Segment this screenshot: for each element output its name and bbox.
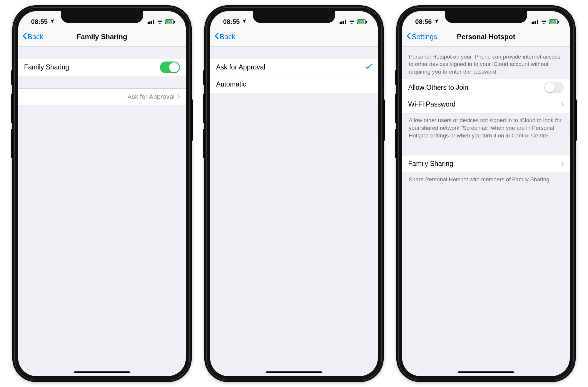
chevron-left-icon (406, 32, 411, 41)
automatic-option[interactable]: Automatic (210, 76, 378, 93)
nav-title: Family Sharing (18, 33, 186, 41)
location-icon (49, 18, 55, 26)
row-label: Wi-Fi Password (408, 100, 561, 108)
allow-others-row[interactable]: Allow Others to Join (402, 79, 570, 96)
phone-frame-2: 08:55 Back Ask for Approval (204, 5, 384, 382)
chevron-right-icon (561, 160, 564, 168)
svg-rect-13 (366, 21, 367, 23)
back-label: Back (28, 33, 43, 41)
home-indicator[interactable] (74, 371, 130, 373)
svg-rect-17 (537, 20, 538, 24)
svg-rect-15 (533, 21, 534, 24)
home-indicator[interactable] (458, 371, 514, 373)
svg-rect-1 (149, 21, 151, 24)
location-icon (434, 18, 439, 26)
allow-others-toggle[interactable] (544, 82, 564, 93)
notch (445, 11, 527, 23)
home-indicator[interactable] (266, 371, 322, 373)
section-footer-text: Share Personal Hotspot with members of F… (402, 172, 570, 187)
back-button[interactable]: Settings (406, 32, 437, 41)
wifi-icon (541, 19, 547, 24)
section-header-text: Personal Hotspot on your iPhone can prov… (402, 46, 570, 79)
svg-rect-8 (341, 21, 343, 24)
row-value: Ask for Approval (127, 93, 174, 101)
nav-bar: Back (210, 28, 378, 46)
notch (61, 11, 143, 23)
svg-rect-10 (345, 20, 346, 24)
row-label: Ask for Approval (216, 63, 365, 71)
row-label: Allow Others to Join (408, 84, 544, 92)
family-sharing-row[interactable]: Family Sharing (402, 155, 570, 172)
cellular-icon (532, 19, 539, 24)
location-icon (241, 18, 247, 26)
checkmark-icon (365, 63, 372, 71)
chevron-left-icon (214, 32, 219, 41)
row-label: Family Sharing (24, 63, 160, 71)
wifi-icon (157, 19, 163, 24)
chevron-left-icon (22, 32, 27, 41)
chevron-right-icon (561, 100, 564, 108)
phone-frame-3: 08:56 Settings Personal Hotspot Personal… (396, 5, 576, 382)
svg-rect-14 (532, 22, 533, 24)
notch (253, 11, 335, 23)
status-time: 08:56 (415, 18, 432, 26)
svg-rect-3 (153, 20, 154, 24)
nav-bar: Settings Personal Hotspot (402, 28, 570, 46)
phone-frame-1: 08:55 Back Famil (12, 5, 192, 382)
ask-for-approval-option[interactable]: Ask for Approval (210, 59, 378, 76)
status-time: 08:55 (31, 18, 48, 26)
back-label: Settings (412, 33, 437, 41)
wifi-icon (349, 19, 355, 24)
nav-bar: Back Family Sharing (18, 28, 186, 46)
back-button[interactable]: Back (214, 32, 235, 41)
back-button[interactable]: Back (22, 32, 43, 41)
row-label: Automatic (216, 80, 372, 88)
back-label: Back (220, 33, 235, 41)
wifi-password-row[interactable]: Wi-Fi Password (402, 96, 570, 113)
battery-icon (165, 19, 175, 24)
svg-rect-20 (558, 21, 559, 23)
svg-rect-9 (343, 21, 344, 24)
svg-rect-2 (151, 21, 152, 24)
battery-icon (549, 19, 559, 24)
svg-rect-7 (340, 22, 341, 24)
cellular-icon (340, 19, 347, 24)
section-footer-text: Allow other users or devices not signed … (402, 113, 570, 143)
svg-rect-16 (535, 21, 536, 24)
svg-rect-6 (174, 21, 175, 23)
cellular-icon (148, 19, 155, 24)
chevron-right-icon (177, 93, 180, 101)
ask-for-approval-row[interactable]: Ask for Approval (18, 88, 186, 105)
family-sharing-toggle[interactable] (160, 62, 180, 73)
svg-rect-0 (148, 22, 149, 24)
status-time: 08:55 (223, 18, 240, 26)
row-label: Family Sharing (408, 160, 561, 168)
battery-icon (357, 19, 367, 24)
family-sharing-toggle-row[interactable]: Family Sharing (18, 59, 186, 76)
